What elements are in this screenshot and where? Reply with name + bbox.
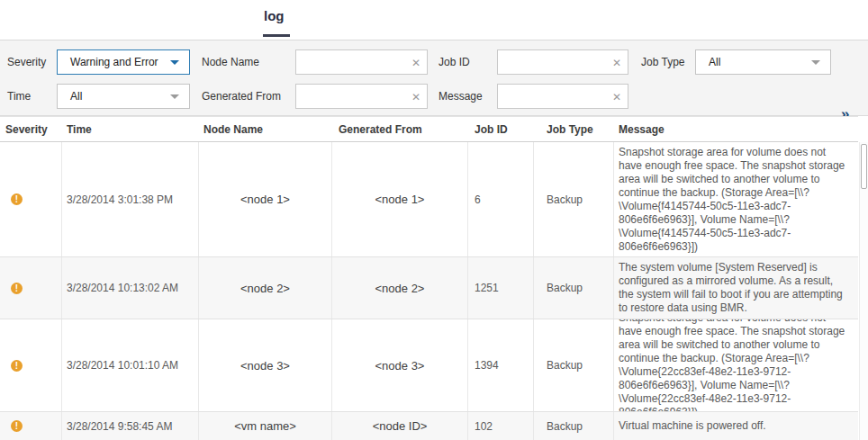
message-filter-field: ✕ <box>497 84 628 109</box>
chevron-down-icon <box>170 94 179 99</box>
job-type-filter-label: Job Type <box>641 49 684 75</box>
generated-from-cell: <node 2> <box>332 257 468 319</box>
generated-from-cell: <node 1> <box>332 142 468 256</box>
severity-cell: ! <box>0 412 62 440</box>
column-header-job-id[interactable]: Job ID <box>468 123 534 136</box>
table-row[interactable]: !3/28/2014 10:01:10 AM<node 3><node 3>13… <box>0 319 858 412</box>
generated-from-filter-field: ✕ <box>295 84 428 109</box>
column-header-generated-from[interactable]: Generated From <box>332 123 468 136</box>
message-input[interactable] <box>498 85 628 108</box>
job-type-filter-value: All <box>709 56 720 68</box>
message-cell: Virtual machine is powered off. <box>614 412 858 440</box>
time-filter-value: All <box>70 90 82 103</box>
job-id-input[interactable] <box>498 50 628 74</box>
generated-from-filter-label: Generated From <box>202 84 281 109</box>
chevron-down-icon <box>170 60 179 65</box>
filter-panel: Severity Warning and Error Node Name ✕ J… <box>0 40 868 116</box>
table-row[interactable]: !3/28/2014 3:01:38 PM<node 1><node 1>6Ba… <box>0 142 858 257</box>
time-cell: 3/28/2014 10:13:02 AM <box>62 257 199 319</box>
message-cell: The system volume [System Reserved] is c… <box>614 257 858 319</box>
job-id-filter-label: Job ID <box>439 49 470 75</box>
job-id-cell: 1394 <box>468 319 534 411</box>
warning-icon: ! <box>11 360 23 372</box>
chevron-down-icon <box>811 60 820 65</box>
table-row[interactable]: !3/28/2014 10:13:02 AM<node 2><node 2>12… <box>0 257 858 319</box>
time-cell: 3/28/2014 9:58:45 AM <box>62 412 199 440</box>
job-id-cell: 102 <box>468 412 534 440</box>
severity-cell: ! <box>0 319 62 411</box>
column-header-time[interactable]: Time <box>62 123 199 136</box>
vertical-scrollbar-thumb[interactable] <box>861 144 867 189</box>
time-filter-label: Time <box>7 84 31 109</box>
column-header-job-type[interactable]: Job Type <box>534 123 614 136</box>
severity-cell: ! <box>0 257 62 319</box>
job-type-filter-select[interactable]: All <box>695 49 831 75</box>
node-name-input[interactable] <box>296 50 427 74</box>
clear-icon[interactable]: ✕ <box>612 56 621 70</box>
warning-icon: ! <box>11 193 23 205</box>
severity-filter-value: Warning and Error <box>70 56 158 68</box>
node-name-filter-field: ✕ <box>295 49 428 75</box>
generated-from-cell: <node 3> <box>332 319 468 411</box>
node-name-cell: <vm name> <box>199 412 332 440</box>
severity-filter-label: Severity <box>7 49 46 75</box>
job-type-cell: Backup <box>534 257 614 319</box>
table-header: Severity Time Node Name Generated From J… <box>0 116 858 142</box>
job-id-filter-field: ✕ <box>497 49 628 75</box>
message-filter-label: Message <box>439 84 483 109</box>
job-type-cell: Backup <box>534 412 614 440</box>
clear-icon[interactable]: ✕ <box>411 56 420 70</box>
message-cell: Snapshot storage area for volume does no… <box>614 319 858 411</box>
job-type-cell: Backup <box>534 319 614 411</box>
log-table: Severity Time Node Name Generated From J… <box>0 116 858 440</box>
warning-icon: ! <box>11 420 23 432</box>
node-name-filter-label: Node Name <box>202 49 259 75</box>
severity-filter-select[interactable]: Warning and Error <box>57 49 190 75</box>
table-row[interactable]: !3/28/2014 9:58:45 AM<vm name><node ID>1… <box>0 412 858 440</box>
time-cell: 3/28/2014 10:01:10 AM <box>62 319 199 411</box>
node-name-cell: <node 3> <box>199 319 332 411</box>
job-id-cell: 1251 <box>468 257 534 319</box>
clear-icon[interactable]: ✕ <box>612 90 621 104</box>
warning-icon: ! <box>11 283 23 294</box>
clear-icon[interactable]: ✕ <box>411 90 420 104</box>
tab-bar: log <box>0 0 868 40</box>
time-cell: 3/28/2014 3:01:38 PM <box>62 142 199 256</box>
column-header-severity[interactable]: Severity <box>0 123 62 136</box>
tab-log[interactable]: log <box>264 8 285 23</box>
generated-from-input[interactable] <box>296 85 427 108</box>
severity-cell: ! <box>0 142 62 256</box>
message-cell: Snapshot storage area for volume does no… <box>614 142 858 256</box>
node-name-cell: <node 1> <box>199 142 332 256</box>
time-filter-select[interactable]: All <box>57 84 190 109</box>
generated-from-cell: <node ID> <box>332 412 468 440</box>
column-header-node-name[interactable]: Node Name <box>199 123 332 136</box>
job-type-cell: Backup <box>534 142 614 256</box>
column-header-message[interactable]: Message <box>614 123 858 136</box>
table-body: !3/28/2014 3:01:38 PM<node 1><node 1>6Ba… <box>0 142 858 440</box>
tab-active-underline <box>263 34 290 37</box>
job-id-cell: 6 <box>468 142 534 256</box>
node-name-cell: <node 2> <box>199 257 332 319</box>
